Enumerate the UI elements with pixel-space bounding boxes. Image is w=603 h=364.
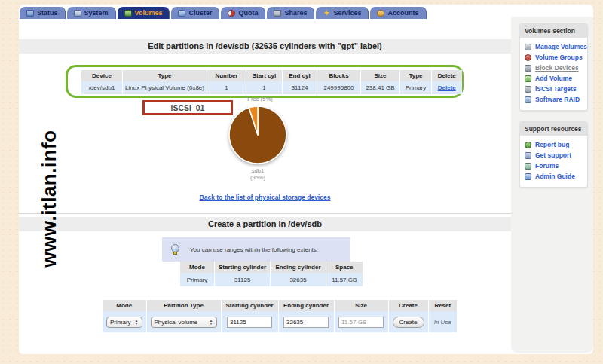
sidebar-item-block-devices[interactable]: Block Devices: [520, 63, 587, 73]
mode-select[interactable]: Primary ▲▼: [106, 317, 142, 328]
cell-end-cyl: 31124: [283, 81, 317, 94]
form-col-end: Ending cylinder: [278, 300, 334, 311]
block-devices-icon: [525, 65, 531, 72]
back-link-row: Back to the list of physical storage dev…: [19, 194, 511, 201]
col-start-cyl: Start cyl: [246, 70, 283, 81]
starting-cylinder-input[interactable]: [227, 317, 272, 328]
form-col-start: Starting cylinder: [221, 300, 278, 311]
form-col-create: Create: [388, 300, 428, 311]
volumes-section-title: Volumes section: [520, 24, 587, 38]
sidebar-item-admin-guide[interactable]: Admin Guide: [520, 171, 587, 182]
col-type: Type: [123, 70, 207, 81]
partition-table-header-row: Device Type Number Start cyl End cyl Blo…: [81, 70, 462, 81]
col-size: Size: [361, 70, 400, 81]
cell-start-cyl: 1: [246, 81, 283, 94]
ext-col-mode: Mode: [180, 262, 215, 273]
sidebar-item-add-volume[interactable]: Add Volume: [520, 73, 587, 84]
table-row: /dev/sdb1 Linux Physical Volume (0x8e) 1…: [81, 81, 462, 94]
form-col-ptype: Partition Type: [146, 300, 221, 311]
size-input[interactable]: [338, 317, 384, 328]
partition-type-select[interactable]: Physical volume ▲▼: [151, 317, 217, 328]
chevron-up-down-icon: ▲▼: [135, 319, 139, 325]
form-col-reset: Reset: [428, 300, 457, 311]
create-partition-title: Create a partition in /dev/sdb: [19, 217, 511, 231]
sidebar-item-volume-groups[interactable]: Volume Groups: [520, 52, 587, 63]
sidebar-item-forums[interactable]: Forums: [520, 161, 587, 171]
ext-start: 31125: [215, 273, 271, 286]
admin-guide-icon: [525, 173, 531, 180]
cell-size: 238.41 GB: [361, 81, 400, 94]
cell-device: /dev/sdb1: [81, 81, 123, 94]
col-blocks: Blocks: [317, 70, 361, 81]
partition-table: Device Type Number Start cyl End cyl Blo…: [81, 70, 462, 94]
support-resources-title: Support resources: [520, 122, 587, 136]
create-partition-form: Mode Partition Type Starting cylinder En…: [102, 300, 457, 332]
delete-partition-link[interactable]: Delete: [438, 84, 456, 91]
cell-blocks: 249995800: [317, 81, 361, 94]
extents-row: Primary 31125 32635 11.57 GB: [180, 273, 363, 286]
form-col-size: Size: [334, 300, 388, 311]
sidebar-item-manage-volumes[interactable]: Manage Volumes: [520, 41, 587, 52]
tip-text: You can use ranges within the following …: [190, 246, 318, 253]
col-delete: Delete: [432, 70, 462, 81]
add-volume-icon: [525, 75, 531, 82]
pie-sdb1-label-line2: (95%): [220, 174, 295, 181]
create-button[interactable]: Create: [393, 317, 424, 328]
reset-in-use-text: In Use: [434, 319, 451, 326]
ext-col-start: Starting cylinder: [215, 262, 271, 273]
lightbulb-icon: [171, 244, 179, 255]
ext-space: 11.57 GB: [326, 273, 363, 286]
manage-volumes-icon: [525, 44, 531, 50]
col-mode-type: Type: [400, 70, 432, 81]
edit-partitions-title: Edit partitions in /dev/sdb (32635 cylin…: [19, 39, 511, 54]
col-number: Number: [207, 70, 246, 81]
ending-cylinder-input[interactable]: [283, 317, 329, 328]
cell-number: 1: [207, 81, 246, 94]
software-raid-icon: [525, 96, 531, 103]
ext-col-end: Ending cylinder: [271, 262, 326, 273]
col-device: Device: [81, 70, 123, 81]
right-sidebar: Volumes section Manage Volumes Volume Gr…: [511, 17, 593, 353]
extents-table: Mode Starting cylinder Ending cylinder S…: [179, 262, 363, 286]
sidebar-item-iscsi-targets[interactable]: iSCSI Targets: [520, 84, 587, 94]
form-input-row: Primary ▲▼ Physical volume ▲▼: [103, 311, 458, 332]
ext-end: 32635: [271, 273, 326, 286]
forums-icon: [525, 163, 531, 170]
sidebar-item-get-support[interactable]: Get support: [520, 150, 587, 161]
back-to-devices-link[interactable]: Back to the list of physical storage dev…: [200, 194, 331, 201]
sidebar-item-software-raid[interactable]: Software RAID: [520, 94, 587, 105]
main-content: Edit partitions in /dev/sdb (32635 cylin…: [19, 5, 511, 354]
app-window: Status System Volumes Cluster Quota Shar…: [19, 5, 593, 354]
sidebar-item-report-bug[interactable]: Report bug: [520, 139, 587, 150]
report-bug-icon: [525, 142, 531, 148]
cell-type: Linux Physical Volume (0x8e): [123, 81, 207, 94]
volumes-section-box: Volumes section Manage Volumes Volume Gr…: [519, 23, 588, 111]
extents-tip-box: You can use ranges within the following …: [162, 237, 350, 262]
form-col-mode: Mode: [103, 300, 147, 311]
ext-col-space: Space: [326, 262, 363, 273]
cell-delete: Delete: [432, 81, 462, 94]
iscsi-targets-icon: [525, 86, 531, 93]
cell-mode: Primary: [400, 81, 432, 94]
partition-pie-chart: [224, 101, 292, 169]
section-divider: [19, 213, 511, 214]
pie-svg: [224, 101, 292, 169]
col-end-cyl: End cyl: [283, 70, 317, 81]
get-support-icon: [525, 152, 531, 159]
form-header-row: Mode Partition Type Starting cylinder En…: [103, 300, 458, 311]
chevron-up-down-icon: ▲▼: [210, 319, 213, 325]
extents-header-row: Mode Starting cylinder Ending cylinder S…: [180, 262, 363, 273]
volume-groups-icon: [525, 54, 531, 61]
pie-sdb1-label: sdb1 (95%): [220, 167, 295, 181]
iscsi-annotation-label: iSCSI_01: [142, 100, 233, 115]
ext-mode: Primary: [180, 273, 215, 286]
support-resources-box: Support resources Report bug Get support…: [519, 121, 588, 188]
pie-sdb1-label-line1: sdb1: [220, 167, 295, 174]
